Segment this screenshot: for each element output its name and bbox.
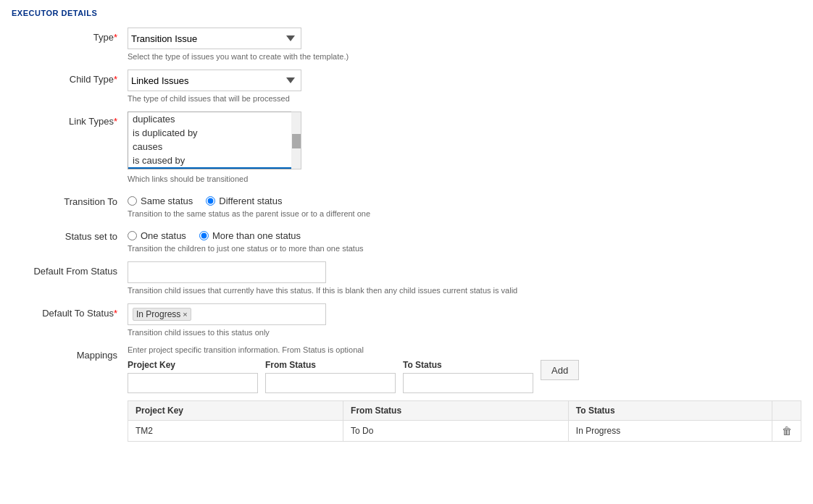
status-set-to-radio-group: One status More than one status — [128, 227, 801, 241]
default-from-status-row: Default From Status Transition child iss… — [12, 261, 801, 295]
mapping-delete-cell: 🗑 — [772, 421, 801, 442]
radio-same-status-label: Same status — [141, 196, 193, 206]
link-types-content: duplicates is duplicated by causes is ca… — [128, 112, 801, 183]
mappings-table-header-row: Project Key From Status To Status — [128, 401, 801, 421]
radio-different-status-label: Different status — [219, 196, 282, 206]
type-content: Transition Issue Create Issue Update Iss… — [128, 28, 801, 61]
radio-more-than-one-status[interactable]: More than one status — [199, 230, 301, 241]
mappings-project-key-input[interactable] — [128, 373, 258, 393]
add-mapping-button[interactable]: Add — [541, 360, 579, 380]
mappings-add-col: Add — [541, 360, 579, 380]
type-label: Type* — [12, 28, 128, 43]
default-to-status-help: Transition child issues to this status o… — [128, 328, 801, 337]
section-title: EXECUTOR DETAILS — [12, 9, 801, 17]
mappings-project-key-col: Project Key — [128, 360, 258, 393]
default-to-status-tag-input[interactable]: In Progress × — [128, 303, 326, 325]
default-from-status-input[interactable] — [128, 261, 326, 283]
tag-in-progress-remove[interactable]: × — [183, 310, 187, 319]
transition-to-radio-group: Same status Different status — [128, 192, 801, 206]
mapping-from-status-cell: To Do — [343, 421, 569, 442]
mappings-inputs: Project Key From Status To Status Add — [128, 360, 801, 393]
status-set-to-content: One status More than one status Transiti… — [128, 227, 801, 253]
mappings-th-project-key: Project Key — [128, 401, 343, 421]
mappings-from-status-header: From Status — [265, 360, 396, 370]
lt-item-causes[interactable]: causes — [128, 140, 301, 154]
link-types-label: Link Types* — [12, 112, 128, 127]
table-row: TM2 To Do In Progress 🗑 — [128, 421, 801, 442]
delete-mapping-icon[interactable]: 🗑 — [782, 425, 792, 437]
radio-different-status[interactable]: Different status — [206, 196, 282, 206]
mappings-from-status-col: From Status — [265, 360, 396, 393]
tag-in-progress[interactable]: In Progress × — [133, 308, 191, 321]
link-types-scrollbar-thumb — [292, 134, 301, 148]
lt-item-relates-to[interactable]: relates to — [128, 167, 301, 169]
link-types-row: Link Types* duplicates is duplicated by … — [12, 112, 801, 183]
transition-to-help: Transition to the same status as the par… — [128, 209, 801, 218]
radio-same-status[interactable]: Same status — [128, 196, 193, 206]
default-from-status-label: Default From Status — [12, 261, 128, 277]
child-type-row: Child Type* Linked Issues Sub-tasks The … — [12, 70, 801, 103]
transition-to-content: Same status Different status Transition … — [128, 192, 801, 218]
child-type-content: Linked Issues Sub-tasks The type of chil… — [128, 70, 801, 103]
lt-item-is-caused-by[interactable]: is caused by — [128, 154, 301, 167]
radio-same-status-input[interactable] — [128, 196, 137, 206]
mappings-to-status-input[interactable] — [403, 373, 533, 393]
mappings-th-delete — [772, 401, 801, 421]
mappings-table: Project Key From Status To Status TM2 To… — [128, 400, 801, 442]
mappings-project-key-header: Project Key — [128, 360, 258, 370]
radio-more-than-one-status-input[interactable] — [199, 231, 209, 240]
link-types-box[interactable]: duplicates is duplicated by causes is ca… — [128, 112, 301, 169]
child-type-help: The type of child issues that will be pr… — [128, 94, 801, 103]
radio-one-status-label: One status — [141, 230, 186, 241]
lt-item-is-duplicated-by[interactable]: is duplicated by — [128, 126, 301, 140]
mappings-to-status-col: To Status — [403, 360, 533, 393]
default-from-status-help: Transition child issues that currently h… — [128, 286, 801, 295]
radio-different-status-input[interactable] — [206, 196, 215, 206]
link-types-scrollbar — [291, 112, 301, 169]
type-help: Select the type of issues you want to cr… — [128, 52, 801, 61]
radio-one-status[interactable]: One status — [128, 230, 186, 241]
type-row: Type* Transition Issue Create Issue Upda… — [12, 28, 801, 61]
default-to-status-row: Default To Status* In Progress × Transit… — [12, 303, 801, 337]
mappings-from-status-input[interactable] — [265, 373, 396, 393]
mappings-to-status-header: To Status — [403, 360, 533, 370]
mappings-label: Mappings — [12, 345, 128, 361]
radio-one-status-input[interactable] — [128, 231, 137, 240]
radio-more-than-one-status-label: More than one status — [212, 230, 301, 241]
transition-to-label: Transition To — [12, 192, 128, 207]
mapping-to-status-cell: In Progress — [568, 421, 772, 442]
mappings-desc: Enter project specific transition inform… — [128, 345, 801, 354]
link-types-help: Which links should be transitioned — [128, 175, 801, 183]
status-set-to-row: Status set to One status More than one s… — [12, 227, 801, 253]
child-type-select[interactable]: Linked Issues Sub-tasks — [128, 70, 301, 91]
link-types-multiselect[interactable]: duplicates is duplicated by causes is ca… — [128, 112, 301, 169]
mapping-project-key-cell: TM2 — [128, 421, 343, 442]
type-select[interactable]: Transition Issue Create Issue Update Iss… — [128, 28, 301, 49]
default-to-status-label: Default To Status* — [12, 303, 128, 319]
default-to-status-content: In Progress × Transition child issues to… — [128, 303, 801, 337]
child-type-label: Child Type* — [12, 70, 128, 85]
status-set-to-help: Transition the children to just one stat… — [128, 244, 801, 253]
mappings-th-from-status: From Status — [343, 401, 569, 421]
mappings-row: Mappings Enter project specific transiti… — [12, 345, 801, 442]
lt-item-duplicates[interactable]: duplicates — [128, 112, 301, 126]
mappings-th-to-status: To Status — [568, 401, 772, 421]
default-from-status-content: Transition child issues that currently h… — [128, 261, 801, 295]
transition-to-row: Transition To Same status Different stat… — [12, 192, 801, 218]
mappings-content: Enter project specific transition inform… — [128, 345, 801, 442]
tag-in-progress-label: In Progress — [136, 309, 180, 319]
status-set-to-label: Status set to — [12, 227, 128, 242]
